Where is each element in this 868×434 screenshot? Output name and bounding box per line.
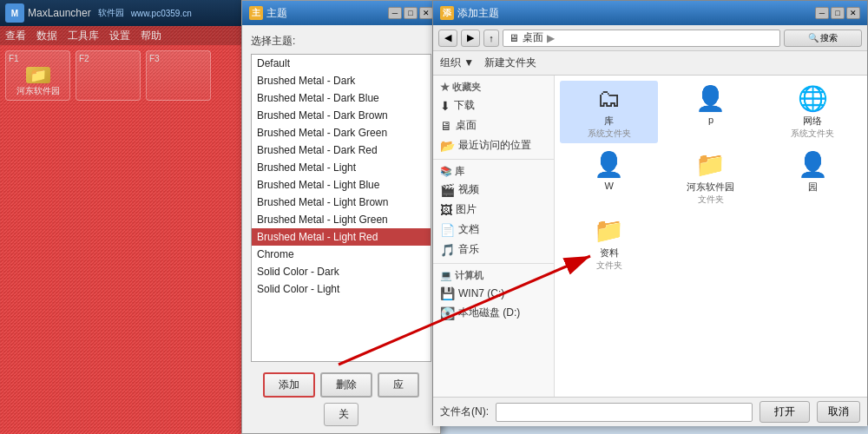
sidebar-library: 📚 库 🎬 视频 🖼 图片 📄 文档 🎵 音乐	[433, 163, 554, 260]
address-bar[interactable]: 🖥 桌面 ▶	[503, 30, 780, 47]
theme-dialog-body: 选择主题: DefaultBrushed Metal - DarkBrushed…	[242, 25, 440, 434]
sidebar-item-win7[interactable]: 💾 WIN7 (C:)	[433, 284, 554, 303]
sidebar-item-download[interactable]: ⬇ 下载	[433, 95, 554, 115]
file-data-sublabel: 文件夹	[596, 260, 622, 272]
theme-list-item[interactable]: Brushed Metal - Dark Brown	[252, 107, 431, 124]
theme-list-item[interactable]: Brushed Metal - Dark Red	[252, 141, 431, 159]
search-btn[interactable]: 🔍 搜索	[784, 30, 862, 47]
app-title: MaxLauncher	[28, 7, 91, 19]
theme-close-button[interactable]: 关	[324, 403, 358, 426]
sidebar-docs-label: 文档	[458, 222, 479, 237]
file-action-bar: 组织 ▼ 新建文件夹	[433, 51, 867, 76]
sidebar-divider-2	[433, 263, 554, 264]
file-item-person1[interactable]: 👤 p	[661, 81, 760, 143]
fkey-f3[interactable]: F3	[146, 50, 211, 101]
sidebar-favorites-header: ★ 收藏夹	[433, 79, 554, 95]
file-hedong-label: 河东软件园	[687, 181, 734, 194]
file-item-network[interactable]: 🌐 网络 系统文件夹	[764, 81, 862, 143]
file-item-hedong[interactable]: 📁 河东软件园 文件夹	[661, 147, 760, 209]
file-minimize-btn[interactable]: ─	[815, 7, 829, 19]
app-titlebar: M MaxLauncher 软件园 www.pc0359.cn	[0, 0, 243, 26]
file-hedong-sublabel: 文件夹	[698, 194, 724, 206]
file-item-library[interactable]: 🗂 库 系统文件夹	[560, 81, 658, 143]
fkey-f2-label: F2	[79, 54, 89, 63]
organize-btn[interactable]: 组织 ▼	[440, 56, 474, 70]
theme-list-item[interactable]: Brushed Metal - Light Red	[252, 228, 431, 246]
new-folder-btn[interactable]: 新建文件夹	[484, 56, 536, 70]
download-icon: ⬇	[440, 99, 450, 113]
theme-list-item[interactable]: Solid Color - Light	[252, 280, 431, 298]
nav-forward-btn[interactable]: ▶	[461, 30, 480, 47]
sidebar-item-video[interactable]: 🎬 视频	[433, 180, 554, 200]
theme-list-item[interactable]: Brushed Metal - Light	[252, 159, 431, 176]
theme-add-button[interactable]: 添加	[263, 372, 315, 398]
sidebar-computer: 💻 计算机 💾 WIN7 (C:) 💽 本地磁盘 (D:)	[433, 267, 554, 323]
sidebar-item-disk-d[interactable]: 💽 本地磁盘 (D:)	[433, 303, 554, 323]
menu-data[interactable]: 数据	[36, 29, 57, 43]
file-grid: 🗂 库 系统文件夹 👤 p 🌐 网络 系统文件夹 👤 W	[560, 81, 862, 275]
address-bar-icon: 🖥	[509, 32, 519, 44]
menu-help[interactable]: 帮助	[141, 29, 161, 43]
theme-list-item[interactable]: Brushed Metal - Dark Green	[252, 124, 431, 141]
address-desktop: 桌面	[523, 30, 543, 45]
theme-list-item[interactable]: Solid Color - Dark	[252, 263, 431, 280]
fkey-f3-label: F3	[149, 54, 160, 63]
theme-list-item[interactable]: Brushed Metal - Light Blue	[252, 176, 431, 194]
nav-back-btn[interactable]: ◀	[438, 30, 457, 47]
file-dialog-titlebar: 添 添加主题 ─ □ ✕	[433, 1, 867, 25]
theme-list-item[interactable]: Brushed Metal - Dark	[252, 72, 431, 89]
sidebar-pictures-label: 图片	[456, 202, 477, 217]
filename-label: 文件名(N):	[440, 404, 489, 419]
file-item-data[interactable]: 📁 资料 文件夹	[560, 213, 658, 275]
file-dialog-icon: 添	[440, 6, 454, 20]
sidebar-divider-1	[433, 159, 554, 160]
file-close-btn[interactable]: ✕	[846, 7, 860, 19]
theme-minimize-btn[interactable]: ─	[388, 7, 402, 19]
sidebar-item-docs[interactable]: 📄 文档	[433, 220, 554, 240]
nav-up-btn[interactable]: ↑	[483, 30, 499, 47]
file-main: 🗂 库 系统文件夹 👤 p 🌐 网络 系统文件夹 👤 W	[555, 76, 867, 397]
fkey-f1[interactable]: F1 河东软件园	[5, 50, 70, 101]
file-item-person2[interactable]: 👤 W	[560, 147, 658, 209]
file-item-person3[interactable]: 👤 园	[764, 147, 862, 209]
fkey-row: F1 河东软件园 F2 F3	[0, 45, 243, 106]
sidebar-win7-label: WIN7 (C:)	[458, 287, 504, 299]
sidebar-music-label: 音乐	[458, 242, 479, 257]
sidebar-item-recent[interactable]: 📂 最近访问的位置	[433, 135, 554, 155]
theme-maximize-btn[interactable]: □	[404, 7, 418, 19]
theme-list[interactable]: DefaultBrushed Metal - DarkBrushed Metal…	[251, 54, 431, 362]
address-separator: ▶	[547, 32, 555, 44]
sidebar-library-header: 📚 库	[433, 163, 554, 180]
menu-settings[interactable]: 设置	[109, 29, 130, 43]
cancel-button[interactable]: 取消	[817, 401, 860, 423]
theme-close-btn[interactable]: ✕	[419, 7, 433, 19]
file-maximize-btn[interactable]: □	[831, 7, 845, 19]
sidebar-item-desktop[interactable]: 🖥 桌面	[433, 115, 554, 135]
theme-list-item[interactable]: Default	[252, 55, 431, 72]
theme-list-item[interactable]: Brushed Metal - Dark Blue	[252, 89, 431, 107]
theme-dialog-titlebar: 主 主题 ─ □ ✕	[242, 1, 440, 25]
theme-delete-button[interactable]: 删除	[320, 372, 372, 398]
recent-icon: 📂	[440, 139, 455, 153]
filename-input[interactable]	[496, 403, 753, 422]
theme-select-label: 选择主题:	[251, 34, 431, 49]
theme-apply-button[interactable]: 应	[378, 372, 419, 398]
fkey-f2[interactable]: F2	[76, 50, 141, 101]
theme-list-item[interactable]: Chrome	[252, 246, 431, 263]
open-button[interactable]: 打开	[760, 401, 810, 423]
theme-list-item[interactable]: Brushed Metal - Light Brown	[252, 194, 431, 211]
theme-list-item[interactable]: Brushed Metal - Light Green	[252, 211, 431, 228]
sidebar-video-label: 视频	[458, 182, 479, 197]
theme-dialog: 主 主题 ─ □ ✕ 选择主题: DefaultBrushed Metal - …	[241, 0, 441, 434]
docs-icon: 📄	[440, 223, 455, 237]
sidebar-desktop-label: 桌面	[456, 118, 477, 133]
data-folder-icon: 📁	[594, 216, 624, 245]
sidebar-item-pictures[interactable]: 🖼 图片	[433, 200, 554, 220]
file-dialog-title: 添加主题	[457, 6, 499, 21]
win7-drive-icon: 💾	[440, 286, 455, 300]
sidebar-item-music[interactable]: 🎵 音乐	[433, 240, 554, 260]
sidebar-computer-header: 💻 计算机	[433, 267, 554, 284]
menu-tools[interactable]: 工具库	[68, 29, 99, 43]
menu-view[interactable]: 查看	[5, 29, 26, 43]
file-dialog-controls: ─ □ ✕	[815, 7, 860, 19]
